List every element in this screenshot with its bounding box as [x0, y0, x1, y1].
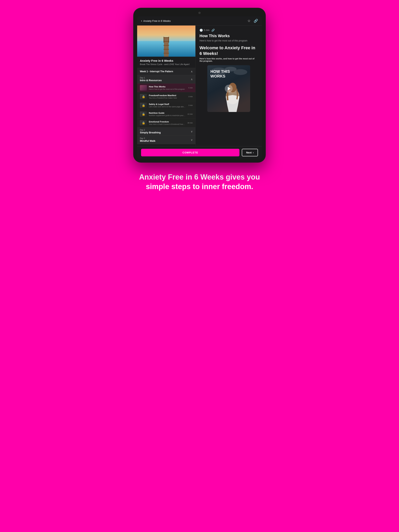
lesson-info-2: FreedomFreedom Manifest You Are a Freedo… [149, 94, 187, 99]
sidebar-course-title: Anxiety Free in 6 Weeks [140, 59, 193, 62]
sidebar: Anxiety Free in 6 Weeks Break The Stress… [137, 25, 196, 146]
lesson-item-1[interactable]: How This Works Here's how to get the mos… [137, 83, 195, 92]
day2-header[interactable]: Day 2 Simply Breathing ∨ [137, 127, 195, 136]
lock-overlay-4: 🔒 [140, 111, 147, 117]
tagline: Anxiety Free in 6 Weeks gives you simple… [133, 172, 266, 192]
lesson-title-5: Emotional Freedom [149, 120, 186, 123]
back-label: Anxiety Free in 6 Weeks [143, 19, 171, 22]
lesson-desc-1: Here's how to get the most out of this p… [149, 88, 187, 90]
week-header[interactable]: Week 1 - Interrupt The Pattern ∧ [137, 68, 195, 75]
sidebar-course-subtitle: Break The Stress Cycle - and LOVE Your L… [140, 63, 193, 65]
lesson-info-5: Emotional Freedom Your mini A Crash Cour… [149, 120, 186, 125]
lesson-item-5[interactable]: 🔒 Emotional Freedom Your mini A Crash Co… [137, 119, 195, 127]
lesson-desc-5: Your mini A Crash Course in Emotional Fr… [149, 123, 186, 125]
play-triangle-icon [228, 87, 231, 90]
screen-header: ‹ Anxiety Free in 6 Weeks ☆ 🔗 [137, 16, 262, 25]
bottom-action-bar: COMPLETE Next › [137, 146, 262, 159]
svg-rect-8 [164, 53, 169, 54]
day3-chevron-icon: ∨ [191, 138, 193, 141]
day3-header[interactable]: Day 3 Mindful Walk ∨ [137, 136, 195, 144]
content-subtitle: Here's how to get the most out of this p… [200, 39, 258, 42]
lesson-thumb-2: 🔒 [140, 94, 147, 99]
content-duration: 🕐 5 min [200, 29, 209, 32]
back-chevron-icon: ‹ [141, 19, 142, 23]
clock-icon: 🕐 [200, 29, 203, 32]
lesson-item-4[interactable]: 🔒 Nutrition Guide Nutrition supplement g… [137, 110, 195, 119]
content-description: Here's how this works, and how to get th… [200, 57, 258, 62]
lock-icon-2: 🔒 [142, 95, 145, 98]
lesson-info-1: How This Works Here's how to get the mos… [149, 85, 187, 90]
lesson-duration-1: 5 min [188, 87, 193, 89]
day1-header[interactable]: Day 1 Intro & Resources ∧ [137, 75, 195, 83]
lock-overlay-2: 🔒 [140, 94, 147, 99]
link-share-icon[interactable]: 🔗 [254, 19, 258, 23]
lesson-item-3[interactable]: 🔒 Safety & Legal Stuff Let's make sure w… [137, 101, 195, 110]
lesson-info-4: Nutrition Guide Nutrition supplement gui… [149, 112, 186, 116]
duration-value: 5 min [204, 29, 209, 32]
lesson-duration-5: 38 min [187, 122, 193, 124]
lesson-desc-2: You Are a FreedomFree maker Now [149, 97, 187, 99]
play-button[interactable] [225, 85, 233, 93]
lock-overlay-3: 🔒 [140, 103, 147, 108]
svg-rect-3 [164, 37, 169, 57]
svg-rect-10 [168, 37, 169, 43]
next-button[interactable]: Next › [242, 149, 258, 156]
header-actions: ☆ 🔗 [247, 19, 258, 23]
front-camera [198, 12, 201, 14]
video-thumbnail[interactable]: HOW THIS WORKS [207, 65, 250, 112]
tablet-device: ‹ Anxiety Free in 6 Weeks ☆ 🔗 [133, 8, 266, 163]
back-navigation[interactable]: ‹ Anxiety Free in 6 Weeks [141, 19, 171, 23]
lesson-duration-3: 3 min [188, 104, 193, 106]
day2-label: Day 2 [140, 129, 161, 131]
week-chevron-icon: ∧ [191, 70, 193, 73]
screen-body: Anxiety Free in 6 Weeks Break The Stress… [137, 25, 262, 146]
day1-chevron-icon: ∧ [191, 78, 193, 81]
week-label: Week 1 - Interrupt The Pattern [140, 70, 173, 73]
tablet-screen: ‹ Anxiety Free in 6 Weeks ☆ 🔗 [137, 16, 262, 159]
day3-label: Day 3 [140, 137, 155, 139]
video-line-1: HOW THIS [210, 69, 230, 74]
day1-info: Day 1 Intro & Resources [140, 77, 162, 82]
lesson-thumb-5: 🔒 [140, 120, 147, 126]
content-meta: 🕐 5 min 🔗 [200, 29, 258, 32]
complete-button[interactable]: COMPLETE [141, 149, 239, 156]
svg-rect-5 [164, 41, 169, 42]
star-icon[interactable]: ☆ [247, 19, 251, 23]
day3-info: Day 3 Mindful Walk [140, 137, 155, 142]
lesson-item-2[interactable]: 🔒 FreedomFreedom Manifest You Are a Free… [137, 92, 195, 101]
lesson-info-3: Safety & Legal Stuff Let's make sure we'… [149, 103, 187, 108]
svg-rect-4 [164, 37, 169, 38]
next-chevron-icon: › [253, 151, 254, 154]
lesson-title-2: FreedomFreedom Manifest [149, 94, 187, 97]
svg-point-14 [234, 69, 247, 75]
lesson-duration-2: 3 min [188, 96, 193, 98]
sidebar-course-info: Anxiety Free in 6 Weeks Break The Stress… [137, 57, 195, 68]
course-hero-image [137, 25, 195, 57]
day2-info: Day 2 Simply Breathing [140, 129, 161, 134]
content-title: How This Works [200, 34, 258, 38]
lesson-title-1: How This Works [149, 85, 187, 88]
lesson-desc-4: Nutrition supplement guide to maximize y… [149, 114, 186, 116]
video-line-2: WORKS [210, 74, 230, 78]
lock-overlay-5: 🔒 [140, 120, 147, 126]
lock-icon-3: 🔒 [142, 104, 145, 107]
next-label: Next [246, 151, 251, 154]
svg-rect-9 [164, 37, 164, 43]
lesson-duration-4: 10 min [187, 113, 193, 115]
svg-rect-7 [164, 49, 169, 50]
content-area: 🕐 5 min 🔗 How This Works Here's how to g… [196, 25, 262, 146]
lock-icon-4: 🔒 [142, 113, 145, 116]
lesson-thumb-1 [140, 85, 147, 90]
day3-name: Mindful Walk [140, 139, 155, 142]
day1-name: Intro & Resources [140, 79, 162, 82]
day1-label: Day 1 [140, 77, 162, 79]
svg-rect-6 [164, 45, 169, 46]
day2-chevron-icon: ∨ [191, 130, 193, 133]
lesson-desc-3: Let's make sure we're on the same page a… [149, 106, 187, 108]
content-link-icon[interactable]: 🔗 [211, 29, 215, 32]
lock-icon-5: 🔒 [142, 121, 145, 124]
day2-name: Simply Breathing [140, 131, 161, 134]
lesson-thumb-3: 🔒 [140, 103, 147, 108]
video-text-overlay: HOW THIS WORKS [210, 69, 230, 78]
lesson-title-3: Safety & Legal Stuff [149, 103, 187, 105]
